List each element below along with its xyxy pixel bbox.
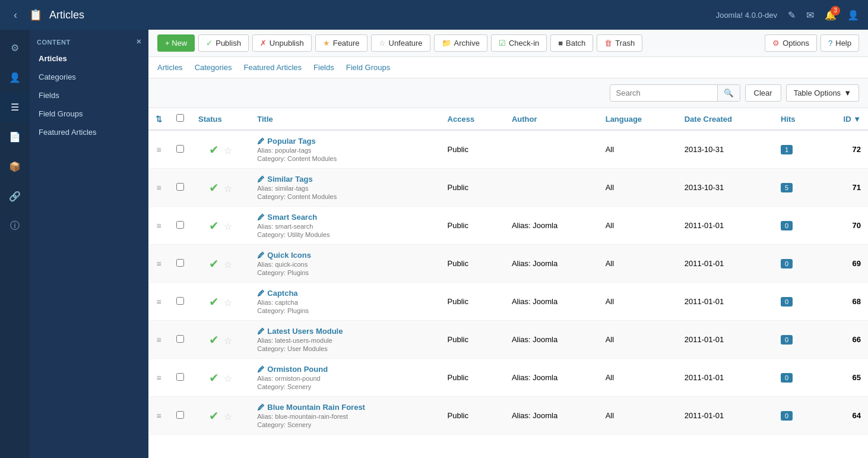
subnav-fields[interactable]: Fields xyxy=(313,63,334,72)
featured-star-icon[interactable]: ☆ xyxy=(224,222,232,232)
id-cell: 71 xyxy=(819,169,868,207)
featured-star-icon[interactable]: ☆ xyxy=(224,146,232,156)
help-button[interactable]: ? Help xyxy=(821,34,859,52)
sidebar-item-fields[interactable]: Fields xyxy=(30,86,148,105)
row-checkbox[interactable] xyxy=(169,207,191,245)
back-button[interactable]: ‹ xyxy=(9,7,22,24)
status-cell: ✔ ☆ xyxy=(191,207,250,245)
drag-handle[interactable]: ≡ xyxy=(148,321,169,359)
sidebar-icon-components[interactable]: 🔗 xyxy=(0,181,30,211)
hits-badge[interactable]: 1 xyxy=(781,145,793,154)
publish-button[interactable]: ✓ Publish xyxy=(198,34,249,52)
drag-handle[interactable]: ≡ xyxy=(148,397,169,435)
edit-icon[interactable]: ✎ xyxy=(788,10,796,21)
bell-icon[interactable]: 🔔 3 xyxy=(825,10,837,21)
sidebar-close-icon[interactable]: ✕ xyxy=(136,38,142,46)
sidebar-icon-settings[interactable]: ⚙ xyxy=(0,33,30,62)
hits-badge[interactable]: 0 xyxy=(781,259,793,269)
article-title-link[interactable]: 🖉 Captcha xyxy=(257,289,433,298)
status-published-icon[interactable]: ✔ xyxy=(209,219,219,232)
drag-handle[interactable]: ≡ xyxy=(148,283,169,321)
hits-badge[interactable]: 0 xyxy=(781,335,793,345)
table-area: Articles Categories Featured Articles Fi… xyxy=(148,57,868,458)
row-checkbox[interactable] xyxy=(169,359,191,397)
search-input[interactable] xyxy=(610,85,717,101)
drag-handle[interactable]: ≡ xyxy=(148,130,169,169)
subnav-categories[interactable]: Categories xyxy=(195,63,232,72)
sidebar-item-featured-articles[interactable]: Featured Articles xyxy=(30,123,148,141)
date-col-header[interactable]: Date Created xyxy=(677,108,774,130)
status-published-icon[interactable]: ✔ xyxy=(209,409,219,422)
row-checkbox[interactable] xyxy=(169,397,191,435)
drag-handle[interactable]: ≡ xyxy=(148,245,169,283)
sidebar-icon-users[interactable]: 👤 xyxy=(0,62,30,92)
subnav-articles[interactable]: Articles xyxy=(157,63,183,72)
sort-col-header[interactable]: ⇅ xyxy=(148,108,169,130)
author-col-header[interactable]: Author xyxy=(505,108,598,130)
hits-badge[interactable]: 0 xyxy=(781,411,793,421)
unfeature-button[interactable]: ☆ Unfeature xyxy=(371,34,430,52)
clear-button[interactable]: Clear xyxy=(745,84,781,102)
hits-col-header[interactable]: Hits xyxy=(774,108,819,130)
sidebar-icon-info[interactable]: ⓘ xyxy=(0,211,30,241)
feature-button[interactable]: ★ Feature xyxy=(315,34,368,52)
hits-badge[interactable]: 0 xyxy=(781,297,793,307)
row-checkbox[interactable] xyxy=(169,283,191,321)
featured-star-icon[interactable]: ☆ xyxy=(224,336,232,346)
status-published-icon[interactable]: ✔ xyxy=(209,295,219,308)
status-published-icon[interactable]: ✔ xyxy=(209,143,219,156)
sidebar-item-articles[interactable]: Articles xyxy=(30,49,148,68)
hits-badge[interactable]: 5 xyxy=(781,183,793,192)
featured-star-icon[interactable]: ☆ xyxy=(224,412,232,422)
batch-button[interactable]: ■ Batch xyxy=(550,34,593,52)
article-title-link[interactable]: 🖉 Quick Icons xyxy=(257,251,433,260)
subnav-featured-articles[interactable]: Featured Articles xyxy=(244,63,302,72)
drag-handle[interactable]: ≡ xyxy=(148,169,169,207)
table-options-button[interactable]: Table Options ▼ xyxy=(786,84,859,102)
search-button[interactable]: 🔍 xyxy=(717,85,740,101)
sidebar-icon-extensions[interactable]: 📦 xyxy=(0,151,30,181)
user-icon[interactable]: 👤 xyxy=(847,10,859,21)
new-button[interactable]: + New xyxy=(157,34,195,52)
sidebar-icon-media[interactable]: 📄 xyxy=(0,122,30,151)
article-title-link[interactable]: 🖉 Smart Search xyxy=(257,213,433,222)
language-col-header[interactable]: Language xyxy=(598,108,677,130)
article-title-link[interactable]: 🖉 Similar Tags xyxy=(257,175,433,184)
featured-star-icon[interactable]: ☆ xyxy=(224,184,232,194)
sidebar-item-field-groups[interactable]: Field Groups xyxy=(30,105,148,123)
status-published-icon[interactable]: ✔ xyxy=(209,333,219,346)
sidebar-item-categories[interactable]: Categories xyxy=(30,68,148,86)
trash-button[interactable]: 🗑 Trash xyxy=(597,34,642,52)
article-title-link[interactable]: 🖉 Latest Users Module xyxy=(257,327,433,336)
status-published-icon[interactable]: ✔ xyxy=(209,181,219,194)
row-checkbox[interactable] xyxy=(169,321,191,359)
featured-star-icon[interactable]: ☆ xyxy=(224,260,232,270)
featured-star-icon[interactable]: ☆ xyxy=(224,298,232,308)
mail-icon[interactable]: ✉ xyxy=(806,10,814,21)
row-checkbox[interactable] xyxy=(169,169,191,207)
title-col-header[interactable]: Title xyxy=(250,108,440,130)
subnav-field-groups[interactable]: Field Groups xyxy=(346,63,390,72)
checkbox-col-header[interactable] xyxy=(169,108,191,130)
id-col-header[interactable]: ID ▼ xyxy=(819,108,868,130)
hits-badge[interactable]: 0 xyxy=(781,221,793,230)
status-published-icon[interactable]: ✔ xyxy=(209,257,219,270)
drag-handle[interactable]: ≡ xyxy=(148,207,169,245)
article-title-link[interactable]: 🖉 Popular Tags xyxy=(257,137,433,146)
sidebar-icon-content[interactable]: ☰ xyxy=(0,92,30,122)
access-col-header[interactable]: Access xyxy=(441,108,505,130)
select-all-checkbox[interactable] xyxy=(176,114,184,122)
featured-star-icon[interactable]: ☆ xyxy=(224,374,232,384)
unpublish-button[interactable]: ✗ Unpublish xyxy=(252,34,312,52)
drag-handle[interactable]: ≡ xyxy=(148,359,169,397)
article-title-link[interactable]: 🖉 Blue Mountain Rain Forest xyxy=(257,403,433,412)
status-col-header[interactable]: Status xyxy=(191,108,250,130)
checkin-button[interactable]: ☑ Check-in xyxy=(491,34,547,52)
hits-badge[interactable]: 0 xyxy=(781,373,793,383)
options-button[interactable]: ⚙ Options xyxy=(765,34,817,52)
row-checkbox[interactable] xyxy=(169,245,191,283)
row-checkbox[interactable] xyxy=(169,130,191,169)
status-published-icon[interactable]: ✔ xyxy=(209,371,219,384)
article-title-link[interactable]: 🖉 Ormiston Pound xyxy=(257,365,433,374)
archive-button[interactable]: 📁 Archive xyxy=(434,34,487,52)
